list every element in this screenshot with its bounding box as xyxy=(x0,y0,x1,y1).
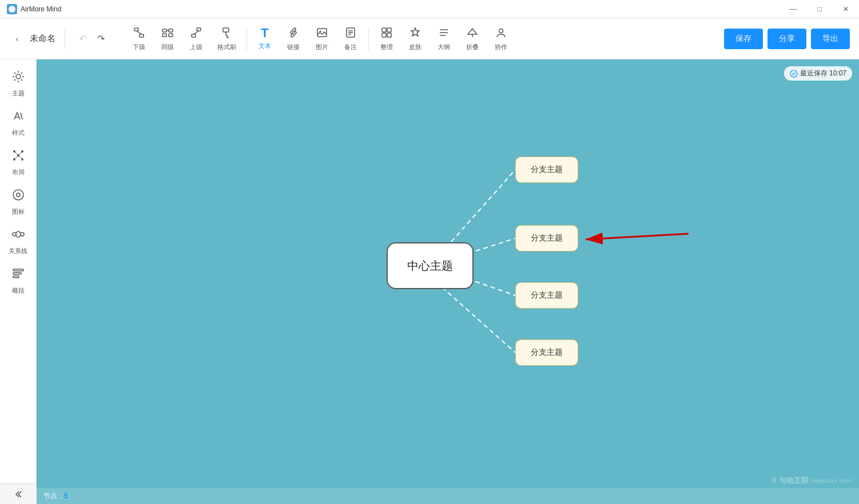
branch-node-3[interactable]: 分支主题 xyxy=(515,282,578,309)
tool-arrange[interactable]: 整理 xyxy=(372,23,401,55)
redo-button[interactable]: ↷ xyxy=(93,31,109,47)
collab-label: 协作 xyxy=(495,43,507,51)
svg-line-50 xyxy=(18,155,22,159)
tool-text[interactable]: T 文本 xyxy=(250,23,279,54)
iconset-label: 图标 xyxy=(12,207,25,216)
svg-rect-9 xyxy=(197,28,201,31)
minimize-button[interactable]: — xyxy=(780,0,806,18)
svg-line-48 xyxy=(18,151,22,155)
svg-point-31 xyxy=(16,74,21,79)
svg-rect-23 xyxy=(387,33,391,37)
note-icon xyxy=(344,26,357,41)
skin-icon xyxy=(409,26,421,41)
svg-point-58 xyxy=(790,70,797,77)
tool-format-brush[interactable]: 格式刷 xyxy=(210,23,243,55)
svg-rect-13 xyxy=(226,37,229,38)
arrange-label: 整理 xyxy=(380,43,393,51)
sidebar-item-iconset[interactable]: 图标 xyxy=(0,182,36,222)
text-icon: T xyxy=(261,27,268,39)
svg-rect-55 xyxy=(13,269,23,271)
close-button[interactable]: ✕ xyxy=(833,0,859,18)
sidebar-item-style[interactable]: 样式 xyxy=(0,103,36,143)
watermark-url: www.xxx.com xyxy=(811,477,852,484)
undo-button[interactable]: ↶ xyxy=(74,31,90,47)
image-icon xyxy=(316,26,328,41)
toolbar-divider-3 xyxy=(368,27,369,50)
center-node[interactable]: 中心主题 xyxy=(387,242,474,289)
style-icon xyxy=(11,109,25,126)
iconset-icon xyxy=(11,188,25,205)
lower-label: 下级 xyxy=(133,43,145,51)
branch-3-text: 分支主题 xyxy=(531,290,563,301)
text-label: 文本 xyxy=(259,42,271,50)
branch-node-4[interactable]: 分支主题 xyxy=(515,339,578,366)
sidebar-collapse-button[interactable] xyxy=(0,483,36,504)
svg-rect-22 xyxy=(382,33,386,37)
canvas-area[interactable]: 最近保存 10:07 中心主题 分支主题 分支主题 分支主题 xyxy=(37,59,859,504)
title-bar: AirMore Mind — □ ✕ xyxy=(0,0,859,18)
svg-line-11 xyxy=(194,31,199,34)
arrange-icon xyxy=(380,26,393,41)
upper-label: 上级 xyxy=(190,43,202,51)
tool-image[interactable]: 图片 xyxy=(308,23,336,55)
svg-point-53 xyxy=(13,233,16,236)
style-label: 样式 xyxy=(12,129,25,137)
branch-node-2[interactable]: 分支主题 xyxy=(515,225,578,251)
tool-collab[interactable]: 协作 xyxy=(487,23,515,55)
sidebar-item-layout[interactable]: 布局 xyxy=(0,143,36,182)
outline-icon xyxy=(438,26,450,41)
app-icon xyxy=(7,4,17,14)
sidebar-item-relation[interactable]: 关系线 xyxy=(0,222,36,261)
summary-icon xyxy=(11,267,25,284)
last-saved-badge: 最近保存 10:07 xyxy=(784,66,852,81)
tool-link[interactable]: 链接 xyxy=(279,23,308,55)
branch-node-1[interactable]: 分支主题 xyxy=(515,157,578,183)
svg-rect-56 xyxy=(13,273,21,274)
branch-4-text: 分支主题 xyxy=(531,347,563,358)
svg-line-41 xyxy=(21,113,22,119)
tool-peer[interactable]: 同级 xyxy=(153,23,182,55)
tool-outline[interactable]: 大纲 xyxy=(430,23,458,55)
svg-line-64 xyxy=(586,234,689,239)
sidebar-item-theme[interactable]: 主题 xyxy=(0,64,36,103)
share-button[interactable]: 分享 xyxy=(767,29,806,49)
main-layout: 主题 样式 布局 图标 关系线 xyxy=(0,59,859,504)
maximize-button[interactable]: □ xyxy=(806,0,833,18)
tool-fold[interactable]: 折叠 xyxy=(458,23,487,55)
app-name: AirMore Mind xyxy=(21,5,61,13)
svg-line-3 xyxy=(137,31,142,34)
save-button[interactable]: 保存 xyxy=(724,29,763,49)
svg-line-47 xyxy=(14,151,18,155)
last-saved-text: 最近保存 10:07 xyxy=(800,69,846,78)
history-buttons: ↶ ↷ xyxy=(74,31,109,47)
svg-rect-10 xyxy=(192,34,196,37)
svg-point-54 xyxy=(21,233,24,236)
tool-lower[interactable]: 下级 xyxy=(125,23,153,55)
toolbar-left: ‹ 未命名 ↶ ↷ xyxy=(9,29,109,49)
tool-upper[interactable]: 上级 xyxy=(182,23,210,55)
svg-rect-12 xyxy=(223,28,229,32)
peer-label: 同级 xyxy=(161,43,174,51)
svg-line-39 xyxy=(21,73,22,74)
tool-skin[interactable]: 皮肤 xyxy=(401,23,430,55)
svg-rect-21 xyxy=(387,28,391,32)
center-node-text: 中心主题 xyxy=(407,258,453,274)
sidebar-item-summary[interactable]: 概括 xyxy=(0,261,36,301)
toolbar-divider-1 xyxy=(65,29,65,49)
fold-label: 折叠 xyxy=(466,43,479,51)
svg-rect-1 xyxy=(134,28,138,31)
format-brush-label: 格式刷 xyxy=(217,43,236,51)
back-button[interactable]: ‹ xyxy=(9,31,25,47)
branch-2-text: 分支主题 xyxy=(531,233,563,243)
export-button[interactable]: 导出 xyxy=(811,29,850,49)
svg-line-37 xyxy=(21,79,22,81)
format-brush-icon xyxy=(221,26,233,41)
skin-label: 皮肤 xyxy=(409,43,421,51)
window-controls: — □ ✕ xyxy=(780,0,859,18)
svg-line-49 xyxy=(14,155,18,159)
svg-rect-2 xyxy=(140,34,144,37)
theme-icon xyxy=(11,70,25,87)
tool-note[interactable]: 备注 xyxy=(336,23,365,55)
svg-line-36 xyxy=(14,73,15,74)
collab-icon xyxy=(495,26,507,41)
